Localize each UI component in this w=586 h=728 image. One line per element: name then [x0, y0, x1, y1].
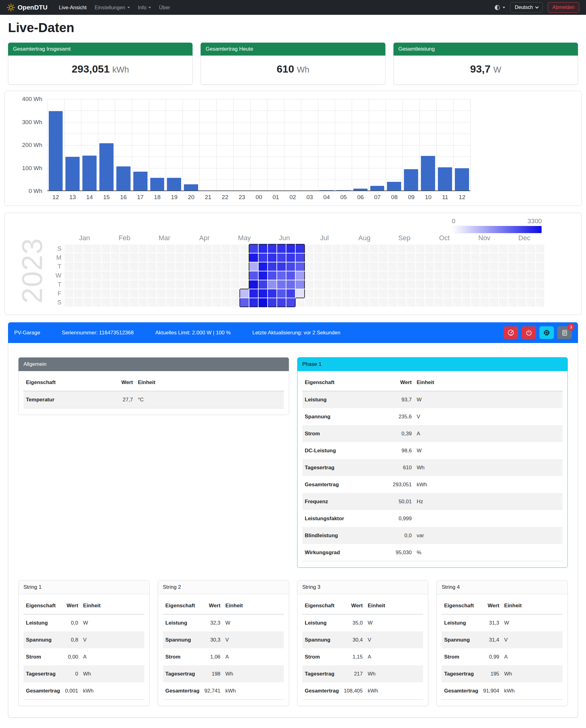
heatmap-month-labels: JanFebMarAprMayJunJulAugSepOctNovDec [64, 234, 544, 244]
chart-plot-area [47, 99, 471, 191]
column-header-value: Wert [341, 597, 365, 615]
inverter-body: Allgemein Eigenschaft Wert Einheit Tempe… [8, 343, 578, 718]
table-row: Strom0,00A [23, 648, 144, 665]
column-header-unit: Einheit [135, 374, 284, 391]
table-row: DC-Leistung98,6W [302, 442, 563, 459]
column-header-unit: Einheit [223, 597, 284, 615]
app-brand[interactable]: OpenDTU [7, 3, 48, 12]
heatmap-legend: 0 3300 [452, 217, 542, 233]
data-table: Eigenschaft Wert Einheit Leistung93,7WSp… [302, 374, 563, 561]
table-row: Gesamtertrag91,904kWh [442, 682, 563, 700]
table-row: Strom1,15A [302, 648, 423, 665]
table-row: Gesamtertrag108,405kWh [302, 682, 423, 700]
summary-card-current-power: Gesamtleistung 93,7W [394, 43, 578, 85]
circle-half-theme-icon [494, 4, 501, 11]
journal-icon [561, 330, 568, 336]
table-row: Tagesertrag217Wh [302, 665, 423, 682]
column-header-value: Wert [481, 597, 502, 615]
language-select[interactable]: Deutsch [510, 2, 543, 12]
table-row: Leistung32,3W [163, 615, 284, 632]
device-info-button[interactable] [539, 326, 554, 339]
table-row: Blindleistung0,0var [302, 527, 563, 544]
nav-item-live-ansicht[interactable]: Live-Ansicht [56, 2, 90, 13]
table-row: Gesamtertrag0,001kWh [23, 682, 144, 700]
event-log-button[interactable]: 3 [557, 326, 572, 339]
column-header-value: Wert [63, 597, 81, 615]
data-table: Eigenschaft Wert Einheit Leistung32,3WSp… [163, 597, 284, 700]
summary-unit: W [494, 65, 501, 74]
inverter-header: PV-Garage Seriennummer: 116473512368 Akt… [8, 322, 578, 343]
table-card-header: Phase 1 [297, 358, 568, 371]
summary-card-total-yield: Gesamtertrag Insgesamt 293,051kWh [8, 43, 192, 85]
table-row: Temperatur27,7°C [23, 391, 284, 409]
heatmap-day-labels: SMTWTFS [52, 244, 64, 307]
table-row: Tagesertrag198Wh [163, 665, 284, 682]
nav-item-einstellungen[interactable]: Einstellungen [91, 2, 133, 13]
table-card-header: String 1 [19, 580, 149, 594]
inverter-name: PV-Garage [14, 330, 40, 336]
column-header-unit: Einheit [81, 597, 144, 615]
table-card-phase-1: Phase 1 Eigenschaft Wert Einheit Leistun… [297, 357, 568, 568]
summary-unit: Wh [297, 65, 310, 74]
nav-menu: Live-Ansicht Einstellungen Info Über [56, 2, 174, 13]
table-row: Spannung30,3V [163, 631, 284, 648]
logout-button[interactable]: Abmelden [548, 2, 579, 12]
chart-y-axis: 400 Wh300 Wh200 Wh100 Wh0 Wh [8, 99, 47, 191]
table-row: Leistung93,7W [302, 391, 563, 409]
column-header-unit: Einheit [365, 597, 423, 615]
data-table: Eigenschaft Wert Einheit Leistung35,0WSp… [302, 597, 423, 700]
hourly-yield-chart: 400 Wh300 Wh200 Wh100 Wh0 Wh 12131415161… [4, 91, 582, 206]
table-card-header: String 3 [297, 580, 428, 594]
column-header-unit: Einheit [502, 597, 563, 615]
power-toggle-button[interactable] [522, 326, 536, 339]
column-header-property: Eigenschaft [23, 597, 63, 615]
limit-settings-button[interactable] [504, 326, 518, 339]
table-row: Leistung35,0W [302, 615, 423, 632]
navbar: OpenDTU Live-Ansicht Einstellungen Info … [0, 0, 586, 15]
cpu-icon [543, 329, 550, 336]
table-row: Spannung30,4V [302, 631, 423, 648]
table-row: Gesamtertrag92,741kWh [163, 682, 284, 700]
summary-cards: Gesamtertrag Insgesamt 293,051kWh Gesamt… [8, 43, 578, 85]
event-count-badge: 3 [567, 323, 575, 331]
column-header-value: Wert [96, 374, 135, 391]
legend-min-label: 0 [452, 217, 455, 225]
table-card-string-4: String 4 Eigenschaft Wert Einheit Leistu… [436, 580, 568, 706]
summary-card-header: Gesamtleistung [394, 43, 578, 56]
inverter-limit: Aktuelles Limit: 2.000 W | 100 % [155, 330, 231, 336]
column-header-property: Eigenschaft [163, 597, 202, 615]
page-title: Live-Daten [8, 20, 578, 35]
heatmap-grid [64, 244, 544, 307]
nav-item-info[interactable]: Info [135, 2, 155, 13]
heatmap-year-label: 2023 [12, 234, 52, 307]
table-row: Leistung0,0W [23, 615, 144, 632]
sun-logo-icon [7, 3, 15, 12]
table-card-header: String 4 [437, 580, 567, 594]
theme-toggle[interactable] [494, 4, 505, 11]
column-header-property: Eigenschaft [442, 597, 481, 615]
app-title: OpenDTU [18, 4, 48, 11]
column-header-unit: Einheit [414, 374, 563, 391]
table-card-string-2: String 2 Eigenschaft Wert Einheit Leistu… [158, 580, 289, 706]
nav-item-ueber[interactable]: Über [156, 2, 174, 13]
table-row: Spannung0,8V [23, 631, 144, 648]
data-table: Eigenschaft Wert Einheit Leistung31,3WSp… [442, 597, 563, 700]
summary-value: 93,7 [470, 63, 490, 75]
data-table: Eigenschaft Wert Einheit Temperatur27,7°… [23, 374, 284, 409]
summary-unit: kWh [112, 65, 129, 74]
chevron-down-icon [535, 5, 538, 8]
column-header-property: Eigenschaft [302, 597, 342, 615]
summary-card-today-yield: Gesamtertrag Heute 610Wh [201, 43, 385, 85]
table-row: Strom1,06A [163, 648, 284, 665]
column-header-property: Eigenschaft [302, 374, 375, 391]
data-table: Eigenschaft Wert Einheit Leistung0,0WSpa… [23, 597, 144, 700]
table-row: Leistung31,3W [442, 615, 563, 632]
table-row: Strom0,99A [442, 648, 563, 665]
table-card-header: String 2 [158, 580, 289, 594]
table-row: Frequenz50,01Hz [302, 493, 563, 510]
summary-card-value-area: 93,7W [394, 56, 578, 85]
table-row: Tagesertrag610Wh [302, 459, 563, 476]
table-row: Spannung235,6V [302, 408, 563, 425]
summary-card-value-area: 293,051kWh [8, 56, 192, 85]
power-icon [526, 330, 532, 336]
